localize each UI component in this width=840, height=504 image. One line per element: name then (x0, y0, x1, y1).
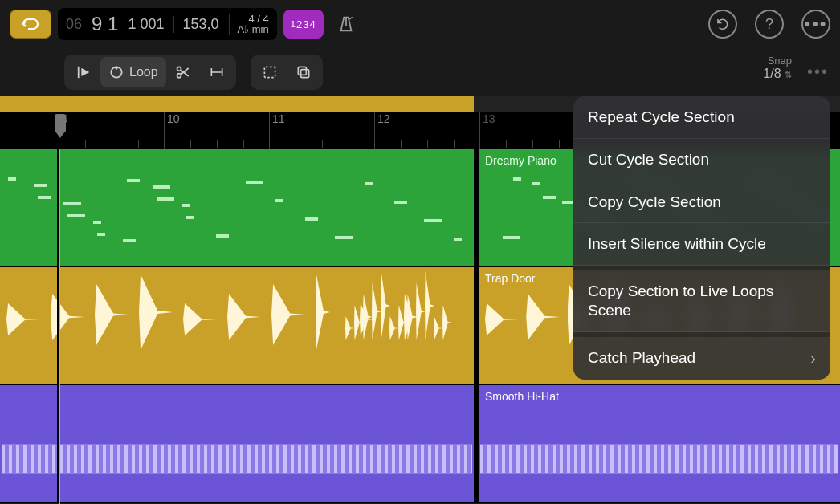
context-menu: Repeat Cycle Section Cut Cycle Section C… (573, 96, 830, 380)
svg-point-2 (177, 74, 181, 78)
copy-tool[interactable] (287, 57, 320, 87)
toolbar-more[interactable]: ••• (807, 63, 829, 81)
position-sub: 1 001 (128, 16, 164, 33)
time-signature: 4 / 4 A♭ min (229, 14, 269, 35)
loop-tool[interactable]: Loop (100, 57, 166, 87)
svg-rect-3 (264, 67, 275, 77)
cycle-button[interactable] (10, 10, 51, 39)
clip[interactable] (0, 149, 474, 266)
chevron-right-icon: › (810, 348, 816, 368)
position-main: 9 1 (92, 13, 118, 35)
more-button[interactable]: ••• (801, 10, 830, 39)
playhead-tool[interactable] (67, 57, 100, 87)
trim-tool[interactable] (200, 57, 234, 87)
track-row[interactable]: Smooth Hi-Hat (0, 385, 840, 503)
ctx-copy-cycle[interactable]: Copy Cycle Section (573, 181, 830, 224)
clip[interactable]: Smooth Hi-Hat (479, 385, 840, 502)
select-group (251, 55, 323, 90)
loop-label: Loop (129, 65, 158, 79)
count-in-button[interactable]: 11234234 (283, 10, 324, 39)
ctx-copy-to-live-loops[interactable]: Copy Section to Live Loops Scene (573, 270, 830, 332)
cycle-range[interactable] (59, 96, 474, 112)
scissors-tool[interactable] (166, 57, 200, 87)
snap-value: 1/8 (763, 67, 781, 80)
marquee-tool[interactable] (253, 57, 287, 87)
svg-point-1 (177, 67, 181, 71)
svg-rect-4 (300, 70, 308, 78)
svg-rect-5 (298, 67, 306, 75)
playhead[interactable] (55, 114, 66, 132)
help-button[interactable]: ? (755, 10, 784, 39)
clip[interactable] (0, 267, 474, 384)
top-bar: 06 9 1 1 001 153,0 4 / 4 A♭ min 11234234… (0, 0, 840, 48)
ctx-catch-playhead[interactable]: Catch Playhead› (573, 337, 830, 380)
tempo: 153,0 (173, 16, 218, 33)
clip[interactable] (0, 385, 474, 502)
position-prefix: 06 (66, 16, 82, 33)
snap-control[interactable]: Snap 1/8 ⇅ (763, 55, 792, 81)
toolbar: Loop Snap 1/8 ⇅ ••• (0, 48, 840, 96)
ctx-insert-silence[interactable]: Insert Silence within Cycle (573, 223, 830, 266)
clip-name: Smooth Hi-Hat (485, 390, 834, 403)
snap-label: Snap (763, 55, 792, 67)
stepper-icon: ⇅ (785, 70, 792, 79)
edit-mode-group: Loop (64, 55, 236, 90)
ctx-repeat-cycle[interactable]: Repeat Cycle Section (573, 96, 830, 139)
lcd-display[interactable]: 06 9 1 1 001 153,0 4 / 4 A♭ min (58, 8, 277, 40)
playhead-line (59, 149, 60, 504)
undo-button[interactable] (708, 10, 737, 39)
ctx-cut-cycle[interactable]: Cut Cycle Section (573, 139, 830, 181)
metronome-button[interactable] (330, 10, 362, 39)
